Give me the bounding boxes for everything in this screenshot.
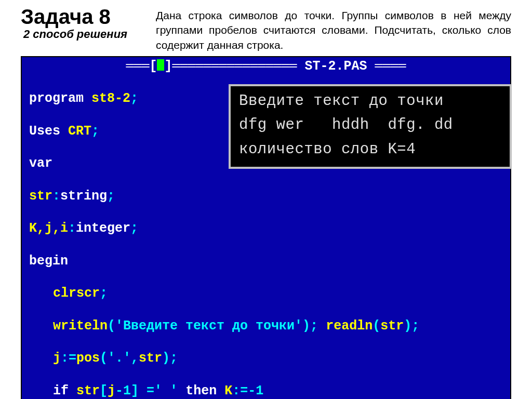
output-line-2: dfg wer hddh dfg. dd: [239, 113, 501, 137]
kw-program: program: [29, 91, 84, 106]
task-subtitle: 2 способ решения: [23, 28, 145, 41]
kw-begin: begin: [29, 254, 68, 269]
task-description: Дана строка символов до точки. Группы си…: [156, 5, 511, 52]
output-line-1: Введите текст до точки: [239, 89, 501, 113]
ide-titlebar: ═══[]════════════════ ST-2.PAS ════: [22, 57, 510, 74]
output-console: Введите текст до точки dfg wer hddh dfg.…: [229, 84, 512, 169]
kw-uses: Uses: [29, 124, 60, 139]
cursor-icon: [157, 59, 164, 71]
header: Задача 8 2 способ решения Дана строка си…: [0, 0, 532, 55]
output-line-3: количество слов K=4: [239, 138, 501, 162]
kw-var: var: [29, 156, 52, 171]
ide-window: ═══[]════════════════ ST-2.PAS ════ prog…: [22, 57, 510, 399]
ide-filename: ST-2.PAS: [305, 59, 367, 74]
title-block: Задача 8 2 способ решения: [21, 5, 145, 41]
task-title: Задача 8: [21, 5, 145, 29]
ide-frame: ═══[]════════════════ ST-2.PAS ════ prog…: [21, 56, 511, 399]
